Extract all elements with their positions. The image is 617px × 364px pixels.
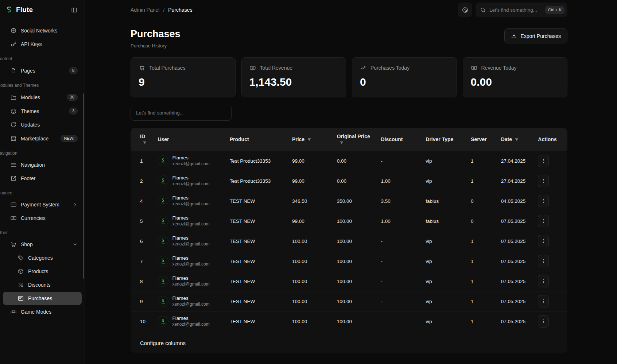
kebab-menu-icon: [541, 239, 546, 244]
user-name: Flames: [172, 175, 209, 181]
trend-chart-icon: [360, 65, 366, 71]
sidebar-item-currencies[interactable]: Currencies: [3, 212, 82, 225]
avatar-wordmark: flute: [162, 323, 165, 324]
store-icon: [10, 135, 17, 142]
column-header-original-price[interactable]: Original Price: [333, 128, 377, 151]
sidebar-item-label: Modules: [21, 94, 40, 100]
receipt-icon: [18, 295, 24, 302]
sidebar-item-updates[interactable]: Updates: [3, 118, 82, 131]
cell-id: 2: [131, 171, 154, 191]
cell-actions: [534, 251, 567, 271]
sidebar-scrollbar[interactable]: [83, 93, 84, 279]
main-content: Purchases Purchase History Export Purcha…: [85, 20, 617, 353]
breadcrumb-admin-panel[interactable]: Admin Panel: [131, 7, 159, 13]
cell-actions: [534, 171, 567, 191]
main-column: Admin Panel / Purchases Let's find somet…: [85, 0, 617, 364]
cell-date: 27.04.2025: [497, 171, 535, 191]
export-purchases-button[interactable]: Export Purchases: [504, 28, 568, 43]
stat-value: 9: [139, 76, 228, 88]
column-header-driver-type: Driver Type: [422, 128, 467, 151]
cell-id: 10: [131, 311, 154, 332]
cell-discount: -: [377, 271, 422, 291]
page-title: Purchases: [131, 28, 181, 40]
sidebar-item-marketplace[interactable]: Marketplace NEW!: [3, 132, 82, 145]
sidebar-item-products[interactable]: Products: [3, 265, 82, 278]
user-avatar: flute: [158, 256, 168, 267]
table-row: 10 flute Flames: [131, 311, 567, 332]
row-actions-button[interactable]: [538, 295, 549, 307]
sidebar-header: Flute: [0, 0, 85, 20]
cell-id: 4: [131, 191, 154, 211]
column-header-price[interactable]: Price: [288, 128, 333, 151]
sidebar-item-api-keys[interactable]: API Keys: [3, 38, 82, 51]
sidebar-item-label: Game Modes: [21, 309, 51, 315]
download-icon: [511, 33, 517, 39]
cell-user: flute Flames xenozf@gmail.com: [154, 251, 226, 271]
cell-user: flute Flames xenozf@gmail.com: [154, 211, 226, 231]
cell-user: flute Flames xenozf@gmail.com: [154, 271, 226, 291]
stat-label: Purchases Today: [370, 65, 410, 71]
sidebar-item-footer[interactable]: Footer: [3, 172, 82, 185]
row-actions-button[interactable]: [538, 195, 549, 207]
stat-label: Total Purchases: [149, 65, 186, 71]
sidebar-item-categories[interactable]: Categories: [3, 251, 82, 264]
table-row: 5 flute Flames: [131, 211, 567, 231]
row-actions-button[interactable]: [538, 155, 549, 167]
chevron-right-icon: [73, 202, 78, 207]
row-actions-button[interactable]: [538, 215, 549, 227]
sidebar-item-modules[interactable]: Modules 30: [3, 90, 82, 104]
sidebar-toggle-button[interactable]: [69, 5, 79, 15]
cell-driver-type: vip: [422, 251, 467, 271]
cell-id: 6: [131, 231, 154, 251]
cell-discount: -: [377, 291, 422, 311]
cell-id: 8: [131, 271, 154, 291]
sidebar-item-label: Currencies: [21, 215, 46, 221]
sidebar-item-pages[interactable]: Pages 8: [3, 64, 82, 77]
column-header-date[interactable]: Date: [497, 128, 535, 151]
theme-palette-button[interactable]: [458, 3, 472, 17]
cell-original-price: 0.00: [333, 151, 377, 171]
table-footer: Configure columns: [131, 331, 567, 353]
table-header-row: ID User Product Price Original Price Dis…: [131, 128, 567, 151]
sidebar-item-shop[interactable]: Shop: [3, 238, 82, 251]
sidebar-item-purchases[interactable]: Purchases: [3, 292, 82, 305]
avatar-wordmark: flute: [162, 283, 165, 284]
kebab-menu-icon: [541, 259, 546, 264]
sidebar-item-social-networks[interactable]: Social Networks: [3, 24, 82, 37]
table-search-input[interactable]: [131, 105, 232, 121]
sidebar-item-navigation[interactable]: Navigation: [3, 158, 82, 171]
stat-card-total-purchases: Total Purchases 9: [131, 57, 236, 97]
cart-icon: [139, 65, 145, 71]
user-email: xenozf@gmail.com: [172, 282, 209, 287]
user-email: xenozf@gmail.com: [172, 181, 209, 187]
cell-id: 5: [131, 211, 154, 231]
sidebar-item-game-modes[interactable]: Game Modes: [3, 305, 82, 318]
row-actions-button[interactable]: [538, 235, 549, 247]
row-actions-button[interactable]: [538, 315, 549, 328]
sidebar-item-themes[interactable]: Themes 3: [3, 104, 82, 118]
stat-card-revenue-today: Revenue Today 0.00: [463, 57, 568, 97]
kebab-menu-icon: [541, 218, 546, 224]
sidebar-item-payment-system[interactable]: Payment System: [3, 198, 82, 211]
cell-discount: 1.00: [377, 211, 422, 231]
cell-original-price: 0.00: [333, 171, 377, 191]
row-actions-button[interactable]: [538, 275, 549, 287]
table-row: 2 flute Flames: [131, 171, 567, 191]
global-search[interactable]: Let's find something... Ctrl + K: [476, 3, 567, 17]
cell-server: 1: [467, 251, 497, 271]
cell-product: TEST NEW: [226, 191, 288, 211]
row-actions-button[interactable]: [538, 255, 549, 267]
kebab-menu-icon: [541, 319, 546, 324]
avatar-wordmark: flute: [162, 263, 165, 264]
stat-card-total-revenue: Total Revenue 1,143.50: [241, 57, 346, 97]
sidebar-item-label: Purchases: [28, 295, 52, 301]
cell-driver-type: vip: [422, 271, 467, 291]
themes-count-badge: 3: [69, 108, 78, 115]
sidebar-item-discounts[interactable]: Discounts: [3, 278, 82, 291]
row-actions-button[interactable]: [538, 175, 549, 187]
page-subtitle: Purchase History: [131, 43, 181, 49]
cell-actions: [534, 311, 567, 332]
banknote-icon: [471, 65, 477, 71]
column-header-id[interactable]: ID: [131, 128, 154, 151]
configure-columns-link[interactable]: Configure columns: [140, 340, 186, 346]
